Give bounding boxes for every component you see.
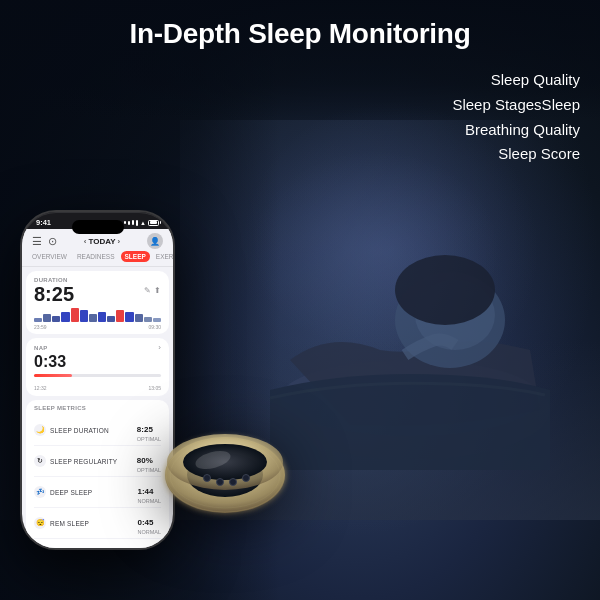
today-nav[interactable]: ‹ TODAY › (84, 237, 120, 246)
feature-sleep-score: Sleep Score (452, 142, 580, 167)
smart-ring (155, 400, 295, 540)
chart-bar (135, 314, 143, 322)
phone-frame: 9:41 ▲ ☰ ⊙ ‹ TODAY (20, 210, 175, 550)
metric-row-deep: 💤 DEEP SLEEP 1:44 NORMAL (34, 477, 161, 508)
metric-row-rem: 😴 REM SLEEP 0:45 NORMAL (34, 508, 161, 539)
metric-icon-regularity: ↻ (34, 455, 46, 467)
feature-breathing-quality: Breathing Quality (452, 118, 580, 143)
nap-bar-fill (34, 374, 72, 377)
svg-point-12 (243, 475, 250, 482)
feature-sleep-quality: Sleep Quality (452, 68, 580, 93)
metric-icon-duration: 🌙 (34, 424, 46, 436)
duration-section: DURATION 8:25 ✎ ⬆ (26, 271, 169, 334)
wifi-icon: ▲ (140, 220, 146, 226)
signal-bar-4 (136, 220, 138, 226)
nap-label: NAP (34, 345, 48, 351)
metric-icon-rem: 😴 (34, 517, 46, 529)
nap-start-label: 12:32 (34, 385, 47, 391)
svg-point-4 (395, 255, 495, 325)
metric-row-regularity: ↻ SLEEP REGULARITY 80% OPTIMAL (34, 446, 161, 477)
nap-section: NAP › 0:33 12:32 13:05 (26, 338, 169, 396)
smart-ring-container (155, 400, 315, 560)
signal-bar-3 (132, 220, 134, 225)
share-icon[interactable]: ⬆ (154, 286, 161, 295)
app-tabs: OVERVIEW READINESS SLEEP EXERTION (22, 251, 173, 267)
battery-fill (150, 221, 157, 224)
chart-bar (43, 314, 51, 322)
phone-mockup: 9:41 ▲ ☰ ⊙ ‹ TODAY (20, 210, 175, 550)
svg-point-11 (230, 479, 237, 486)
dynamic-island (72, 220, 124, 234)
feature-sleep-stages: Sleep StagesSleep (452, 93, 580, 118)
header-left-icons: ☰ ⊙ (32, 235, 57, 248)
phone-content: ☰ ⊙ ‹ TODAY › 👤 OVERVIEW READINESS SLEEP… (22, 229, 173, 550)
menu-icon[interactable]: ☰ (32, 235, 42, 248)
nap-bar-track (34, 374, 161, 377)
chart-bar (89, 314, 97, 322)
metric-val: 1:44 (137, 487, 153, 496)
nap-labels: 12:32 13:05 (34, 385, 161, 391)
status-time: 9:41 (36, 218, 51, 227)
metric-name-rem: REM SLEEP (50, 520, 133, 527)
tab-overview[interactable]: OVERVIEW (28, 251, 71, 262)
chart-bar (144, 317, 152, 322)
svg-point-10 (217, 479, 224, 486)
metric-row-duration: 🌙 SLEEP DURATION 8:25 OPTIMAL (34, 415, 161, 446)
metric-name-duration: SLEEP DURATION (50, 427, 133, 434)
chart-bar (34, 318, 42, 322)
nap-end-label: 13:05 (148, 385, 161, 391)
chart-bars (34, 308, 161, 322)
features-list: Sleep Quality Sleep StagesSleep Breathin… (452, 68, 580, 167)
chart-end-label: 09:30 (148, 324, 161, 330)
nap-arrow[interactable]: › (158, 343, 161, 352)
signal-bar-2 (128, 221, 130, 225)
metric-val: 80% (137, 456, 153, 465)
metric-row-light: ∑ LIGHT SLEEP 0:00 OPTIMAL (34, 539, 161, 550)
chart-bar (80, 310, 88, 322)
metric-val: 8:25 (137, 425, 153, 434)
svg-point-9 (204, 475, 211, 482)
edit-icon[interactable]: ✎ (144, 286, 151, 295)
metrics-label: SLEEP METRICS (34, 405, 161, 411)
chart-bar (61, 312, 69, 322)
duration-row: DURATION 8:25 ✎ ⬆ (34, 277, 161, 304)
nap-header: NAP › (34, 343, 161, 352)
profile-icon-symbol: 👤 (150, 237, 160, 246)
metric-icon-deep: 💤 (34, 486, 46, 498)
chart-labels: 23:59 09:30 (34, 324, 161, 330)
search-icon[interactable]: ⊙ (48, 235, 57, 248)
chart-bar (153, 318, 161, 322)
nap-chart (34, 374, 161, 384)
chart-bar (125, 312, 133, 322)
tab-readiness[interactable]: READINESS (73, 251, 119, 262)
metric-name-deep: DEEP SLEEP (50, 489, 133, 496)
edit-icons: ✎ ⬆ (144, 286, 161, 295)
tab-sleep[interactable]: SLEEP (121, 251, 150, 262)
page-title: In-Depth Sleep Monitoring (0, 18, 600, 50)
metric-val: 0:00 (137, 549, 153, 550)
next-arrow[interactable]: › (118, 237, 121, 246)
profile-avatar[interactable]: 👤 (147, 233, 163, 249)
chart-bar (71, 308, 79, 322)
metrics-section: SLEEP METRICS 🌙 SLEEP DURATION 8:25 OPTI… (26, 400, 169, 550)
chart-bar (52, 316, 60, 322)
chart-bar (116, 310, 124, 322)
nap-value: 0:33 (34, 352, 161, 371)
battery-icon (148, 220, 159, 226)
status-icons: ▲ (124, 220, 159, 226)
metric-icon-light: ∑ (34, 548, 46, 550)
chart-bar (107, 316, 115, 322)
signal-bar-1 (124, 221, 126, 224)
metric-name-regularity: SLEEP REGULARITY (50, 458, 133, 465)
duration-value: 8:25 (34, 284, 74, 304)
metric-val: 0:45 (137, 518, 153, 527)
chart-start-label: 23:59 (34, 324, 47, 330)
prev-arrow[interactable]: ‹ (84, 237, 87, 246)
today-label: TODAY (88, 237, 115, 246)
sleep-chart: 23:59 09:30 (34, 308, 161, 326)
duration-left: DURATION 8:25 (34, 277, 74, 304)
chart-bar (98, 312, 106, 322)
tab-exertion[interactable]: EXERTION (152, 251, 175, 262)
